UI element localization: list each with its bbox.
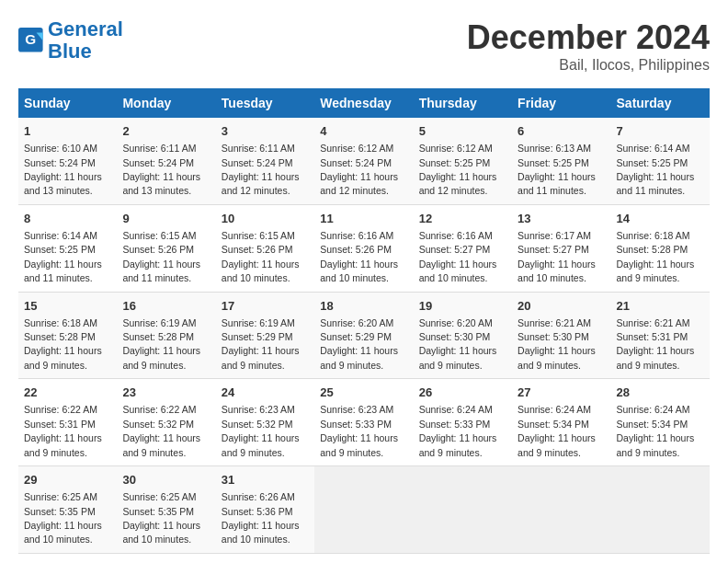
table-row	[611, 466, 710, 554]
day-number: 14	[617, 211, 704, 227]
cell-sunrise: Sunrise: 6:20 AM	[320, 317, 393, 328]
table-row: 11Sunrise: 6:16 AMSunset: 5:26 PMDayligh…	[314, 204, 413, 292]
cell-sunrise: Sunrise: 6:25 AM	[24, 491, 97, 502]
header-sunday: Sunday	[18, 88, 117, 118]
title-block: December 2024 Bail, Ilocos, Philippines	[467, 18, 710, 74]
cell-sunset: Sunset: 5:24 PM	[320, 157, 392, 168]
day-number: 7	[617, 123, 704, 140]
cell-sunrise: Sunrise: 6:14 AM	[24, 230, 97, 241]
cell-daylight: Daylight: 11 hours and 9 minutes.	[617, 259, 695, 283]
cell-sunrise: Sunrise: 6:26 AM	[222, 491, 295, 502]
cell-daylight: Daylight: 11 hours and 10 minutes.	[222, 259, 300, 283]
day-number: 30	[122, 472, 210, 488]
cell-sunrise: Sunrise: 6:11 AM	[222, 143, 295, 154]
cell-sunrise: Sunrise: 6:24 AM	[419, 404, 493, 415]
cell-sunset: Sunset: 5:30 PM	[518, 331, 589, 342]
cell-daylight: Daylight: 11 hours and 13 minutes.	[122, 171, 200, 196]
table-row	[314, 466, 413, 554]
cell-sunrise: Sunrise: 6:15 AM	[222, 230, 295, 241]
cell-sunrise: Sunrise: 6:19 AM	[222, 317, 295, 328]
cell-daylight: Daylight: 11 hours and 9 minutes.	[222, 432, 300, 457]
cell-sunset: Sunset: 5:24 PM	[222, 157, 293, 168]
cell-sunset: Sunset: 5:28 PM	[122, 331, 194, 342]
cell-daylight: Daylight: 11 hours and 9 minutes.	[518, 345, 596, 370]
calendar-week-row: 15Sunrise: 6:18 AMSunset: 5:28 PMDayligh…	[18, 292, 710, 379]
day-number: 3	[222, 123, 309, 140]
header-tuesday: Tuesday	[216, 88, 314, 118]
day-number: 20	[518, 298, 605, 315]
cell-sunset: Sunset: 5:32 PM	[222, 419, 293, 430]
cell-sunrise: Sunrise: 6:24 AM	[617, 404, 690, 415]
cell-sunset: Sunset: 5:24 PM	[24, 157, 96, 168]
cell-sunrise: Sunrise: 6:17 AM	[518, 230, 591, 241]
cell-daylight: Daylight: 11 hours and 9 minutes.	[320, 345, 398, 370]
cell-sunrise: Sunrise: 6:18 AM	[617, 230, 690, 241]
table-row	[512, 466, 610, 554]
cell-sunset: Sunset: 5:31 PM	[617, 331, 688, 342]
header-wednesday: Wednesday	[314, 88, 413, 118]
day-number: 29	[24, 472, 111, 488]
calendar-week-row: 29Sunrise: 6:25 AMSunset: 5:35 PMDayligh…	[18, 466, 710, 554]
table-row: 16Sunrise: 6:19 AMSunset: 5:28 PMDayligh…	[117, 292, 215, 379]
table-row: 6Sunrise: 6:13 AMSunset: 5:25 PMDaylight…	[512, 118, 610, 204]
day-number: 28	[617, 385, 704, 401]
table-row: 19Sunrise: 6:20 AMSunset: 5:30 PMDayligh…	[414, 292, 512, 379]
cell-daylight: Daylight: 11 hours and 10 minutes.	[222, 520, 300, 545]
cell-sunrise: Sunrise: 6:21 AM	[518, 317, 591, 328]
day-number: 31	[222, 472, 309, 488]
day-number: 11	[320, 211, 407, 227]
day-number: 21	[617, 298, 704, 315]
cell-sunrise: Sunrise: 6:22 AM	[24, 404, 97, 415]
cell-daylight: Daylight: 11 hours and 9 minutes.	[320, 432, 398, 457]
table-row: 9Sunrise: 6:15 AMSunset: 5:26 PMDaylight…	[117, 204, 215, 292]
table-row: 10Sunrise: 6:15 AMSunset: 5:26 PMDayligh…	[216, 204, 314, 292]
cell-sunrise: Sunrise: 6:11 AM	[122, 143, 196, 154]
cell-daylight: Daylight: 11 hours and 12 minutes.	[320, 171, 398, 196]
cell-daylight: Daylight: 11 hours and 10 minutes.	[518, 259, 596, 283]
day-number: 19	[419, 298, 506, 315]
day-number: 16	[122, 298, 210, 315]
table-row: 25Sunrise: 6:23 AMSunset: 5:33 PMDayligh…	[314, 379, 413, 466]
table-row: 1Sunrise: 6:10 AMSunset: 5:24 PMDaylight…	[18, 118, 117, 204]
cell-sunset: Sunset: 5:33 PM	[320, 419, 392, 430]
table-row: 2Sunrise: 6:11 AMSunset: 5:24 PMDaylight…	[117, 118, 215, 204]
cell-sunrise: Sunrise: 6:10 AM	[24, 143, 97, 154]
table-row: 28Sunrise: 6:24 AMSunset: 5:34 PMDayligh…	[611, 379, 710, 466]
cell-sunset: Sunset: 5:36 PM	[222, 506, 293, 517]
cell-daylight: Daylight: 11 hours and 9 minutes.	[24, 345, 102, 370]
day-number: 26	[419, 385, 506, 401]
logo-icon: G	[18, 28, 44, 53]
cell-sunset: Sunset: 5:31 PM	[24, 419, 96, 430]
table-row: 24Sunrise: 6:23 AMSunset: 5:32 PMDayligh…	[216, 379, 314, 466]
table-row: 30Sunrise: 6:25 AMSunset: 5:35 PMDayligh…	[117, 466, 215, 554]
cell-sunset: Sunset: 5:30 PM	[419, 331, 491, 342]
cell-sunset: Sunset: 5:26 PM	[222, 244, 293, 255]
day-number: 27	[518, 385, 605, 401]
table-row: 4Sunrise: 6:12 AMSunset: 5:24 PMDaylight…	[314, 118, 413, 204]
cell-sunrise: Sunrise: 6:18 AM	[24, 317, 97, 328]
cell-sunrise: Sunrise: 6:24 AM	[518, 404, 591, 415]
day-number: 25	[320, 385, 407, 401]
cell-sunrise: Sunrise: 6:12 AM	[419, 143, 493, 154]
cell-sunset: Sunset: 5:27 PM	[518, 244, 589, 255]
day-number: 2	[122, 123, 210, 140]
day-number: 24	[222, 385, 309, 401]
cell-sunset: Sunset: 5:28 PM	[24, 331, 96, 342]
cell-sunrise: Sunrise: 6:19 AM	[122, 317, 196, 328]
cell-sunset: Sunset: 5:27 PM	[419, 244, 491, 255]
cell-sunrise: Sunrise: 6:23 AM	[320, 404, 393, 415]
table-row: 22Sunrise: 6:22 AMSunset: 5:31 PMDayligh…	[18, 379, 117, 466]
calendar-week-row: 1Sunrise: 6:10 AMSunset: 5:24 PMDaylight…	[18, 118, 710, 204]
location-title: Bail, Ilocos, Philippines	[467, 57, 710, 74]
day-number: 17	[222, 298, 309, 315]
cell-daylight: Daylight: 11 hours and 11 minutes.	[617, 171, 695, 196]
cell-sunset: Sunset: 5:35 PM	[122, 506, 194, 517]
cell-sunset: Sunset: 5:34 PM	[518, 419, 589, 430]
table-row: 15Sunrise: 6:18 AMSunset: 5:28 PMDayligh…	[18, 292, 117, 379]
table-row: 18Sunrise: 6:20 AMSunset: 5:29 PMDayligh…	[314, 292, 413, 379]
day-number: 10	[222, 211, 309, 227]
table-row: 3Sunrise: 6:11 AMSunset: 5:24 PMDaylight…	[216, 118, 314, 204]
cell-sunrise: Sunrise: 6:12 AM	[320, 143, 393, 154]
cell-daylight: Daylight: 11 hours and 9 minutes.	[617, 432, 695, 457]
cell-sunset: Sunset: 5:25 PM	[24, 244, 96, 255]
